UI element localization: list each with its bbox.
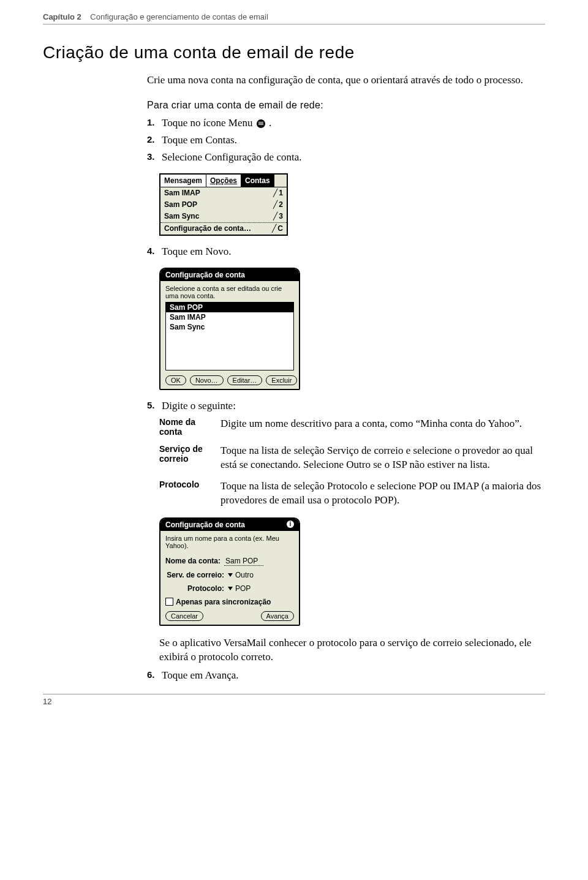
procedure-heading: Para criar uma conta de email de rede: — [147, 100, 545, 111]
list-item-sam-sync[interactable]: Sam Sync — [166, 322, 293, 332]
menu-icon — [257, 119, 265, 128]
menu-item-sam-pop[interactable]: Sam POP ╱2 — [160, 199, 287, 211]
step-5: 5. Digite o seguinte: — [147, 400, 545, 412]
list-item-sam-imap[interactable]: Sam IMAP — [166, 312, 293, 322]
serv-field-row: Serv. de correio: Outro — [165, 571, 294, 579]
definitions-table: Nome da conta Digite um nome descritivo … — [159, 417, 545, 508]
menu-item-sam-sync[interactable]: Sam Sync ╱3 — [160, 211, 287, 222]
section-title: Criação de uma conta de email de rede — [43, 43, 545, 62]
definition-nome-da-conta: Nome da conta Digite um nome descritivo … — [159, 417, 545, 437]
info-icon[interactable]: i — [287, 521, 294, 528]
step-4: 4. Toque em Novo. — [147, 246, 545, 258]
protocolo-dropdown[interactable]: POP — [228, 584, 251, 593]
name-field-row: Nome da conta: Sam POP — [165, 557, 294, 566]
sync-only-checkbox[interactable] — [165, 598, 173, 606]
step-2: 2. Toque em Contas. — [147, 134, 545, 146]
tab-opcoes[interactable]: Opções — [206, 175, 241, 187]
chevron-down-icon — [228, 587, 233, 590]
form-instruction: Insira um nome para a conta (ex. Meu Yah… — [165, 535, 294, 549]
chapter-label: Capítulo 2 — [43, 12, 81, 21]
excluir-button[interactable]: Excluir — [266, 375, 297, 385]
config-instruction: Selecione a conta a ser editada ou crie … — [165, 285, 294, 299]
chapter-title: Configuração e gerenciamento de contas d… — [90, 12, 268, 21]
page-number: 12 — [43, 697, 51, 706]
step-3: 3. Selecione Configuração de conta. — [147, 151, 545, 164]
intro-paragraph: Crie uma nova conta na configuração de c… — [147, 73, 545, 88]
menu-item-config-conta[interactable]: Configuração de conta… ╱C — [160, 222, 287, 235]
sync-checkbox-row: Apenas para sincronização — [165, 598, 294, 606]
tab-mensagem[interactable]: Mensagem — [160, 175, 206, 187]
tab-contas[interactable]: Contas — [241, 175, 274, 187]
cancelar-button[interactable]: Cancelar — [165, 611, 203, 621]
novo-button[interactable]: Novo… — [190, 375, 224, 385]
definition-protocolo: Protocolo Toque na lista de seleção Prot… — [159, 479, 545, 508]
editar-button[interactable]: Editar… — [227, 375, 263, 385]
proto-field-row: Protocolo: POP — [165, 584, 294, 593]
page-footer: 12 — [43, 694, 545, 706]
page-header: Capítulo 2 Configuração e gerenciamento … — [43, 12, 545, 24]
chevron-down-icon — [228, 573, 233, 577]
step-1: 1. Toque no ícone Menu . — [147, 117, 545, 129]
ok-button[interactable]: OK — [165, 375, 186, 385]
serv-correio-dropdown[interactable]: Outro — [228, 571, 254, 579]
menu-item-sam-imap[interactable]: Sam IMAP ╱1 — [160, 187, 287, 199]
list-item-sam-pop[interactable]: Sam POP — [166, 303, 293, 312]
form-title: Configuração de conta i — [160, 519, 299, 531]
config-screenshot: Configuração de conta Selecione a conta … — [159, 268, 300, 390]
account-name-input[interactable]: Sam POP — [224, 557, 263, 566]
avanca-button[interactable]: Avança — [261, 611, 295, 621]
account-listbox[interactable]: Sam POP Sam IMAP Sam Sync — [165, 302, 294, 370]
menu-screenshot: Mensagem Opções Contas Sam IMAP ╱1 Sam P… — [159, 173, 288, 236]
definition-servico-de-correio: Serviço de correio Toque na lista de sel… — [159, 444, 545, 472]
closing-paragraph: Se o aplicativo VersaMail conhecer o pro… — [159, 636, 545, 665]
config-title: Configuração de conta — [160, 269, 299, 281]
step-6: 6. Toque em Avança. — [147, 669, 545, 682]
form-screenshot: Configuração de conta i Insira um nome p… — [159, 517, 300, 626]
